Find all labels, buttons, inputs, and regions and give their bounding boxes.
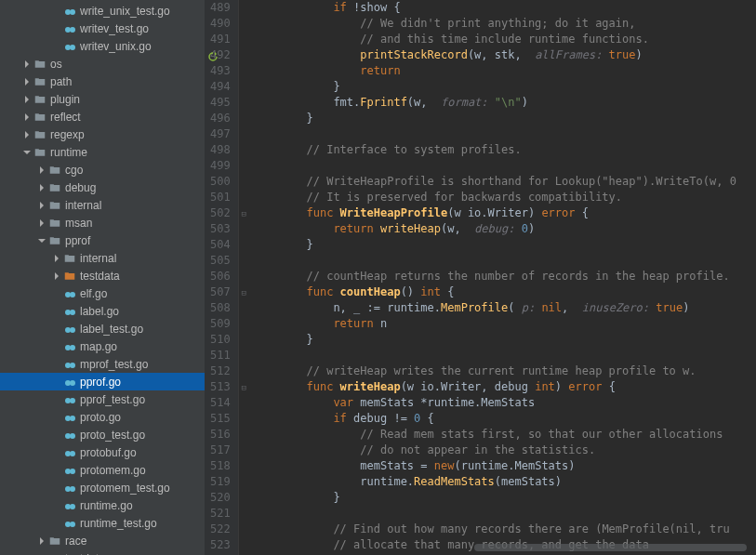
chevron-right-icon[interactable] (22, 95, 32, 104)
code-line[interactable]: if !show { (253, 0, 756, 16)
code-line[interactable]: } (253, 237, 756, 253)
tree-item-path[interactable]: path (0, 73, 205, 90)
fold-handle[interactable]: ⊟ (239, 205, 249, 221)
tree-item-label: label_test.go (80, 323, 143, 336)
code-line[interactable]: // WriteHeapProfile is shorthand for Loo… (253, 174, 756, 190)
code-editor[interactable]: 4894904914924934944954964974984995005015… (205, 0, 756, 555)
code-line[interactable]: return n (253, 316, 756, 332)
code-line[interactable] (253, 158, 756, 174)
tree-item-regexp[interactable]: regexp (0, 126, 205, 143)
code-line[interactable] (253, 126, 756, 142)
folder-icon (33, 93, 46, 106)
code-line[interactable]: // It is preserved for backwards compati… (253, 190, 756, 205)
tree-item-pprof[interactable]: pprof (0, 231, 205, 249)
tree-item-testdata[interactable]: testdata (0, 549, 205, 555)
tree-item-label-go[interactable]: label.go (0, 302, 205, 320)
code-line[interactable] (253, 506, 756, 522)
chevron-right-icon[interactable] (37, 183, 46, 192)
tree-item-runtime_test-go[interactable]: runtime_test.go (0, 514, 205, 532)
project-tree[interactable]: write_unix_test.gowritev_test.gowritev_u… (0, 0, 205, 555)
code-line[interactable]: printStackRecord(w, stk, allFrames: true… (253, 47, 756, 63)
code-line[interactable] (253, 348, 756, 363)
code-line[interactable]: return (253, 63, 756, 79)
tree-item-pprof-go[interactable]: pprof.go (0, 373, 205, 390)
chevron-right-icon[interactable] (52, 271, 61, 281)
code-line[interactable]: // We didn't print anything; do it again… (253, 16, 756, 32)
tree-item-label_test-go[interactable]: label_test.go (0, 320, 205, 337)
tree-item-testdata[interactable]: testdata (0, 267, 205, 284)
tree-item-race[interactable]: race (0, 532, 205, 549)
tree-item-runtime-go[interactable]: runtime.go (0, 496, 205, 514)
chevron-right-icon[interactable] (22, 112, 32, 122)
tree-item-plugin[interactable]: plugin (0, 90, 205, 108)
tree-item-mprof_test-go[interactable]: mprof_test.go (0, 355, 205, 373)
fold-handle (239, 269, 249, 284)
code-line[interactable]: func writeHeap(w io.Writer, debug int) e… (253, 379, 756, 395)
chevron-right-icon[interactable] (52, 254, 61, 263)
code-line[interactable]: } (253, 111, 756, 126)
chevron-right-icon[interactable] (22, 130, 32, 139)
code-line[interactable]: // do not appear in the statistics. (253, 443, 756, 458)
code-line[interactable]: // Interface to system profiles. (253, 142, 756, 158)
tree-item-proto_test-go[interactable]: proto_test.go (0, 426, 205, 443)
tree-item-msan[interactable]: msan (0, 214, 205, 231)
code-line[interactable]: func countHeap() int { (253, 284, 756, 300)
chevron-right-icon[interactable] (22, 59, 32, 69)
code-line[interactable]: // countHeap returns the number of recor… (253, 269, 756, 284)
tree-item-label: regexp (50, 128, 85, 141)
code-line[interactable]: // and this time include runtime functio… (253, 32, 756, 47)
code-line[interactable]: n, _ := runtime.MemProfile( p: nil, inus… (253, 300, 756, 316)
tree-item-internal[interactable]: internal (0, 196, 205, 214)
code-line[interactable]: memStats = new(runtime.MemStats) (253, 458, 756, 474)
code-line[interactable]: runtime.ReadMemStats(memStats) (253, 474, 756, 490)
svg-point-33 (70, 522, 75, 527)
tree-item-writev_unix-go[interactable]: writev_unix.go (0, 37, 205, 55)
go-file-icon (63, 411, 76, 424)
chevron-right-icon[interactable] (37, 218, 46, 228)
tree-item-os[interactable]: os (0, 55, 205, 73)
fold-handle (239, 506, 249, 522)
code-line[interactable]: // writeHeap writes the current runtime … (253, 363, 756, 379)
chevron-down-icon[interactable] (37, 236, 46, 245)
code-line[interactable]: fmt.Fprintf(w, format: "\n") (253, 95, 756, 111)
tree-item-runtime[interactable]: runtime (0, 143, 205, 161)
tree-item-protomem_test-go[interactable]: protomem_test.go (0, 479, 205, 496)
code-line[interactable]: } (253, 332, 756, 348)
code-line[interactable]: } (253, 79, 756, 95)
tree-item-protomem-go[interactable]: protomem.go (0, 461, 205, 479)
code-line[interactable]: // Read mem stats first, so that our oth… (253, 427, 756, 443)
fold-handle (239, 237, 249, 253)
chevron-right-icon[interactable] (37, 536, 46, 546)
code-line[interactable]: func WriteHeapProfile(w io.Writer) error… (253, 205, 756, 221)
tree-item-write_unix_test-go[interactable]: write_unix_test.go (0, 2, 205, 20)
fold-column[interactable]: ⊟⊟⊟ (238, 0, 249, 555)
tree-item-elf-go[interactable]: elf.go (0, 284, 205, 302)
chevron-right-icon[interactable] (37, 165, 46, 175)
horizontal-scrollbar[interactable] (474, 544, 747, 551)
chevron-right-icon[interactable] (22, 77, 32, 86)
tree-item-reflect[interactable]: reflect (0, 108, 205, 126)
tree-item-cgo[interactable]: cgo (0, 161, 205, 178)
tree-item-writev_test-go[interactable]: writev_test.go (0, 20, 205, 37)
code-line[interactable]: var memStats *runtime.MemStats (253, 395, 756, 411)
code-area[interactable]: if !show { // We didn't print anything; … (249, 0, 756, 555)
fold-handle (239, 474, 249, 490)
fold-handle[interactable]: ⊟ (239, 284, 249, 300)
fold-handle[interactable]: ⊟ (239, 379, 249, 395)
code-line[interactable] (253, 253, 756, 269)
code-line[interactable]: } (253, 490, 756, 506)
tree-item-proto-go[interactable]: proto.go (0, 408, 205, 426)
tree-item-internal[interactable]: internal (0, 249, 205, 267)
line-number: 521 (210, 506, 231, 522)
tree-item-pprof_test-go[interactable]: pprof_test.go (0, 390, 205, 408)
tree-item-debug[interactable]: debug (0, 178, 205, 196)
chevron-right-icon[interactable] (37, 201, 46, 210)
tree-item-protobuf-go[interactable]: protobuf.go (0, 443, 205, 461)
chevron-down-icon[interactable] (22, 148, 32, 157)
gutter-recursive-icon[interactable] (208, 50, 218, 59)
code-line[interactable]: // Find out how many records there are (… (253, 522, 756, 537)
line-number: 506 (210, 269, 231, 284)
code-line[interactable]: return writeHeap(w, debug: 0) (253, 221, 756, 237)
tree-item-map-go[interactable]: map.go (0, 337, 205, 355)
code-line[interactable]: if debug != 0 { (253, 411, 756, 427)
